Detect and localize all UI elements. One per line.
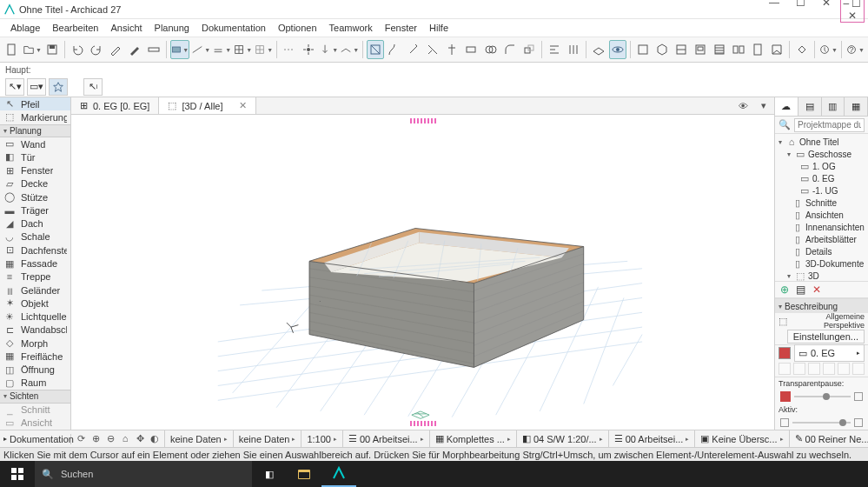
- measure-icon[interactable]: [145, 40, 162, 59]
- layer-color-swatch[interactable]: [779, 347, 791, 359]
- menu-bearbeiten[interactable]: Bearbeiten: [47, 21, 103, 35]
- gravity-icon[interactable]: ▼: [319, 40, 338, 59]
- tree-floor-0eg[interactable]: ▭0. EG: [775, 172, 868, 184]
- taskbar-explorer-icon[interactable]: [287, 461, 321, 487]
- tree-delete-icon[interactable]: ✕: [812, 284, 821, 296]
- tool-schale[interactable]: ◡Schale: [0, 230, 70, 244]
- taskbar-taskview-icon[interactable]: ◧: [252, 461, 287, 487]
- intersect-icon[interactable]: [482, 40, 500, 59]
- new-icon[interactable]: [3, 40, 21, 59]
- resize-icon[interactable]: [520, 40, 538, 59]
- edit-plane-icon[interactable]: [590, 40, 607, 59]
- nav-tab-project[interactable]: ☁: [775, 97, 798, 116]
- tool-stuetze[interactable]: ◯Stütze: [0, 190, 70, 203]
- library-icon[interactable]: [768, 40, 785, 59]
- close-tab-icon[interactable]: ✕: [239, 100, 247, 111]
- save-icon[interactable]: [43, 40, 61, 59]
- nav-tab-layout[interactable]: ▥: [822, 97, 845, 116]
- nav-tab-publisher[interactable]: ▦: [845, 97, 868, 116]
- menu-dokumentation[interactable]: Dokumentation: [196, 21, 271, 35]
- grip-bottom[interactable]: [410, 421, 436, 426]
- offset-tool-icon[interactable]: ▼: [212, 40, 231, 59]
- tree-props-icon[interactable]: ▤: [796, 284, 805, 296]
- taskbar-search[interactable]: 🔍Suchen: [35, 461, 252, 487]
- snap-point-icon[interactable]: [300, 40, 317, 59]
- undo-icon[interactable]: [69, 40, 86, 59]
- snap-grid-icon[interactable]: ▼: [254, 40, 273, 59]
- tool-fenster[interactable]: ⊞Fenster: [0, 164, 70, 177]
- tree-3d[interactable]: ▾⬚3D: [775, 270, 868, 281]
- layer-dropdown[interactable]: ▭0. EG▸: [794, 344, 865, 362]
- status-arbeit2[interactable]: ☰00 Arbeitsei...▸: [608, 430, 695, 447]
- menu-teamwork[interactable]: Teamwork: [324, 21, 378, 35]
- tool-fassade[interactable]: ▦Fassade: [0, 257, 70, 270]
- tree-geschosse[interactable]: ▾▭Geschosse: [775, 148, 868, 160]
- schedule-icon[interactable]: [711, 40, 728, 59]
- tool-freiflaeche[interactable]: ▦Freifläche: [0, 350, 70, 363]
- action-center-icon[interactable]: ▼: [818, 40, 838, 59]
- tree-new-icon[interactable]: ⊕: [780, 284, 789, 296]
- menu-fenster[interactable]: Fenster: [380, 21, 422, 35]
- layout-icon[interactable]: [692, 40, 709, 59]
- line-tool-icon[interactable]: ▼: [191, 40, 210, 59]
- tree-details[interactable]: ▯Details: [775, 245, 868, 257]
- quick-select-icon[interactable]: [49, 78, 68, 96]
- tool-lichtquelle[interactable]: ☀Lichtquelle: [0, 310, 70, 323]
- 3d-viewport[interactable]: ·: [71, 115, 774, 430]
- menu-hilfe[interactable]: Hilfe: [424, 21, 454, 35]
- status-komplett[interactable]: ▦Komplettes ...▸: [429, 430, 516, 447]
- status-zoom-icon[interactable]: ⊕: [89, 433, 102, 444]
- tool-ansicht[interactable]: ▭Ansicht: [0, 417, 70, 430]
- tool-oeffnung[interactable]: ◫Öffnung: [0, 364, 70, 377]
- aktiv-slider[interactable]: [775, 416, 868, 430]
- help-icon[interactable]: ?▼: [845, 40, 865, 59]
- tree-floor-m1ug[interactable]: ▭-1. UG: [775, 184, 868, 197]
- project-info-icon[interactable]: [749, 40, 766, 59]
- orbit-icon[interactable]: [609, 40, 626, 59]
- tool-wandabschluss[interactable]: ⊏Wandabschluss: [0, 324, 70, 337]
- adjust-icon[interactable]: [462, 40, 480, 59]
- status-nodata-2[interactable]: keine Daten▸: [233, 430, 301, 447]
- status-nodata-1[interactable]: keine Daten▸: [164, 430, 233, 447]
- navigator-search-input[interactable]: [794, 118, 865, 132]
- tool-gelaender[interactable]: ⫼Geländer: [0, 284, 70, 297]
- tool-schnitt[interactable]: ⎯Schnitt: [0, 404, 70, 417]
- guide-icon[interactable]: [281, 40, 298, 59]
- cursor-info-icon[interactable]: ↖i: [83, 78, 103, 96]
- suspend-icon[interactable]: [367, 40, 384, 59]
- grid-tool-icon[interactable]: ▼: [233, 40, 252, 59]
- magic-wand-icon[interactable]: [405, 40, 422, 59]
- tree-schnitte[interactable]: ▯Schnitte: [775, 197, 868, 209]
- tab-floorplan[interactable]: ⊞0. EG [0. EG]: [71, 97, 159, 114]
- status-uebersc[interactable]: ▣Keine Übersc...▸: [694, 430, 788, 447]
- redo-icon[interactable]: [88, 40, 105, 59]
- menu-ansicht[interactable]: Ansicht: [105, 21, 147, 35]
- attributes-icon[interactable]: [793, 40, 811, 59]
- distribute-icon[interactable]: [565, 40, 582, 59]
- toolbox-header-planung[interactable]: Planung: [0, 124, 70, 137]
- tree-ansichten[interactable]: ▯Ansichten: [775, 209, 868, 221]
- tab-overview-icon[interactable]: 👁: [732, 97, 753, 114]
- status-sw[interactable]: ◧04 S/W 1:20/...▸: [516, 430, 608, 447]
- einstellungen-button[interactable]: Einstellungen...: [775, 329, 868, 344]
- toolbox-header-sichten[interactable]: Sichten: [0, 390, 70, 403]
- status-scale[interactable]: 1:100▸: [301, 430, 342, 447]
- menu-planung[interactable]: Planung: [149, 21, 195, 35]
- arrow-mode-icon[interactable]: ↖▾: [5, 78, 24, 96]
- tree-3ddokumente[interactable]: ▯3D-Dokumente: [775, 257, 868, 270]
- section-icon[interactable]: [673, 40, 690, 59]
- tool-wand[interactable]: ▭Wand: [0, 137, 70, 150]
- floor-plan-icon[interactable]: [634, 40, 652, 59]
- group-mode-icon[interactable]: ▭▾: [27, 78, 46, 96]
- status-orbit-icon[interactable]: ◐: [149, 433, 161, 444]
- align-icon[interactable]: [546, 40, 563, 59]
- tree-arbeitsblaetter[interactable]: ▯Arbeitsblätter: [775, 233, 868, 245]
- status-pan-icon[interactable]: ✥: [134, 433, 146, 444]
- open-icon[interactable]: ▼: [23, 40, 42, 59]
- trace-icon[interactable]: [386, 40, 403, 59]
- tool-raum[interactable]: ▢Raum: [0, 377, 70, 390]
- organizer-icon[interactable]: [730, 40, 747, 59]
- tool-dach[interactable]: ◢Dach: [0, 217, 70, 230]
- trim-icon[interactable]: [424, 40, 441, 59]
- tab-3d[interactable]: ⬚[3D / Alle]✕: [159, 97, 255, 114]
